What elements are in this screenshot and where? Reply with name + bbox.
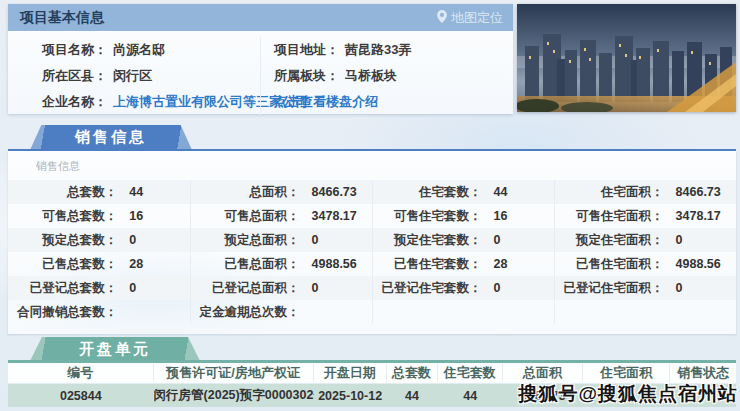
field-label: 项目名称： xyxy=(42,42,107,57)
cell-value: 3478.17 xyxy=(664,204,721,228)
sales-cell: 已登记住宅面积：0 xyxy=(554,276,736,300)
tab-opening-label: 开盘单元 xyxy=(79,340,151,359)
sales-cell: 定金逾期总次数： xyxy=(190,300,372,324)
table-row: 预定总套数：0 预定总面积：0 预定住宅套数：0 预定住宅面积：0 xyxy=(8,228,736,252)
field-label: 项目地址： xyxy=(274,42,339,57)
cell-label xyxy=(555,300,664,324)
cell-value: 0 xyxy=(664,276,683,300)
table-row: 已登记总套数：0 已登记总面积：0 已登记住宅套数：0 已登记住宅面积：0 xyxy=(8,276,736,300)
field-intro: 点击查看楼盘介绍 xyxy=(274,89,513,115)
cell-license: 闵行房管(2025)预字0000302号 xyxy=(154,387,314,404)
project-fields-left: 项目名称：尚源名邸 所在区县：闵行区 企业名称：上海博古置业有限公司等三家公司 xyxy=(8,37,260,115)
column-header: 开盘日期 xyxy=(314,364,387,382)
location-pin-icon xyxy=(437,10,447,26)
column-header: 总套数 xyxy=(387,364,438,382)
cell-value: 44 xyxy=(482,180,508,204)
cell-label: 定金逾期总次数： xyxy=(191,300,300,324)
cell-value: 0 xyxy=(482,228,501,252)
cell-label: 已登记总面积： xyxy=(191,276,300,300)
sales-subtitle: 销售信息 xyxy=(8,151,736,180)
sales-cell: 已登记住宅套数：0 xyxy=(372,276,554,300)
cell-label: 可售总套数： xyxy=(8,204,117,228)
field-plate: 所属板块：马桥板块 xyxy=(274,63,513,89)
sales-cell: 住宅套数：44 xyxy=(372,180,554,204)
cell-value xyxy=(117,300,129,324)
sales-table: 总套数：44 总面积：8466.73 住宅套数：44 住宅面积：8466.73 … xyxy=(8,180,736,324)
sales-cell xyxy=(554,300,736,324)
sales-cell: 预定住宅套数：0 xyxy=(372,228,554,252)
building-intro-link[interactable]: 点击查看楼盘介绍 xyxy=(274,94,378,109)
sohu-watermark: 搜狐号@搜狐焦点宿州站 xyxy=(518,381,738,407)
cell-label: 住宅面积： xyxy=(555,180,664,204)
cell-label: 已登记住宅面积： xyxy=(555,276,664,300)
sales-cell: 总套数：44 xyxy=(8,180,190,204)
cell-label xyxy=(373,300,482,324)
sales-panel: 销售信息 总套数：44 总面积：8466.73 住宅套数：44 住宅面积：846… xyxy=(8,151,736,334)
cell-label: 预定住宅套数： xyxy=(373,228,482,252)
cell-residence-units: 44 xyxy=(438,389,504,403)
sales-cell: 预定总面积：0 xyxy=(190,228,372,252)
sales-cell: 住宅面积：8466.73 xyxy=(554,180,736,204)
table-row: 总套数：44 总面积：8466.73 住宅套数：44 住宅面积：8466.73 xyxy=(8,180,736,204)
cell-label: 已售住宅面积： xyxy=(555,252,664,276)
cell-value: 4988.56 xyxy=(300,252,357,276)
table-row: 已售总套数：28 已售总面积：4988.56 已售住宅套数：28 已售住宅面积：… xyxy=(8,252,736,276)
field-project-name: 项目名称：尚源名邸 xyxy=(42,37,260,63)
project-card-body: 项目名称：尚源名邸 所在区县：闵行区 企业名称：上海博古置业有限公司等三家公司 … xyxy=(8,31,513,115)
table-row: 可售总套数：16 可售总面积：3478.17 可售住宅套数：16 可售住宅面积：… xyxy=(8,204,736,228)
cell-label: 已登记住宅套数： xyxy=(373,276,482,300)
cell-label: 总面积： xyxy=(191,180,300,204)
sales-cell: 总面积：8466.73 xyxy=(190,180,372,204)
map-locate-label: 地图定位 xyxy=(451,9,503,27)
cell-value: 16 xyxy=(117,204,143,228)
sales-cell: 已售总面积：4988.56 xyxy=(190,252,372,276)
column-header: 总面积 xyxy=(503,364,583,382)
field-value: 尚源名邸 xyxy=(113,42,165,57)
cell-label: 可售住宅面积： xyxy=(555,204,664,228)
cell-value: 0 xyxy=(117,276,136,300)
cell-serial: 025844 xyxy=(8,389,154,403)
page-title: 项目基本信息 xyxy=(20,9,104,27)
field-label: 企业名称： xyxy=(42,94,107,109)
tab-sales-label: 销售信息 xyxy=(75,128,147,147)
field-address: 项目地址：茜昆路33弄 xyxy=(274,37,513,63)
project-card-header: 项目基本信息 地图定位 xyxy=(8,4,513,31)
table-row: 合同撤销总套数： 定金逾期总次数： xyxy=(8,300,736,324)
cell-value: 8466.73 xyxy=(300,180,357,204)
map-locate-button[interactable]: 地图定位 xyxy=(437,9,503,27)
cell-label: 住宅套数： xyxy=(373,180,482,204)
sales-cell: 预定住宅面积：0 xyxy=(554,228,736,252)
column-header: 编号 xyxy=(8,364,154,382)
project-fields-right: 项目地址：茜昆路33弄 所属板块：马桥板块 点击查看楼盘介绍 xyxy=(260,37,513,115)
field-value: 茜昆路33弄 xyxy=(345,42,411,57)
cell-label: 已售住宅套数： xyxy=(373,252,482,276)
cell-open-date: 2025-10-12 xyxy=(314,389,387,403)
cell-label: 已售总套数： xyxy=(8,252,117,276)
cell-total-units: 44 xyxy=(387,389,438,403)
tab-sales-info: 销售信息 xyxy=(30,125,192,150)
cell-label: 可售住宅套数： xyxy=(373,204,482,228)
field-district: 所在区县：闵行区 xyxy=(42,63,260,89)
sales-cell: 可售住宅套数：16 xyxy=(372,204,554,228)
column-header: 住宅套数 xyxy=(438,364,504,382)
cell-value: 28 xyxy=(482,252,508,276)
cell-label: 合同撤销总套数： xyxy=(8,300,117,324)
cell-label: 预定总套数： xyxy=(8,228,117,252)
field-label: 所在区县： xyxy=(42,68,107,83)
cell-value xyxy=(482,300,494,324)
column-header: 销售状态 xyxy=(670,364,736,382)
sales-cell: 已售住宅面积：4988.56 xyxy=(554,252,736,276)
cell-label: 预定住宅面积： xyxy=(555,228,664,252)
field-value: 闵行区 xyxy=(113,68,152,83)
sales-cell: 预定总套数：0 xyxy=(8,228,190,252)
city-night-photo xyxy=(517,4,736,112)
cell-value: 0 xyxy=(300,276,319,300)
cell-value: 44 xyxy=(117,180,143,204)
cell-value xyxy=(664,300,676,324)
cell-value: 0 xyxy=(482,276,501,300)
cell-value: 4988.56 xyxy=(664,252,721,276)
city-skyline-graphic xyxy=(517,4,736,112)
sales-cell: 可售住宅面积：3478.17 xyxy=(554,204,736,228)
tab-opening-units: 开盘单元 xyxy=(30,337,200,361)
cell-label: 可售总面积： xyxy=(191,204,300,228)
